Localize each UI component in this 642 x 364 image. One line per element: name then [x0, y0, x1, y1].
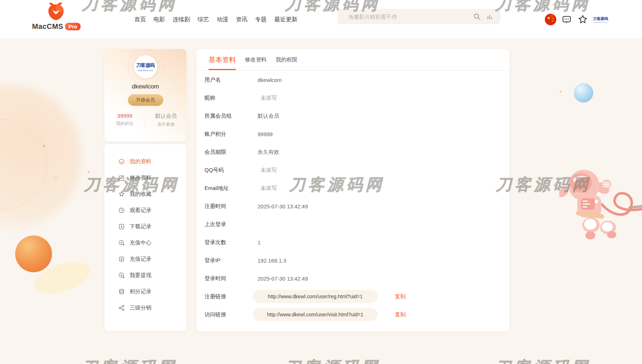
watermark-text: 刀客源码网 — [496, 174, 591, 195]
yellow-blob-decoration — [30, 256, 94, 299]
tab-edit-info[interactable]: 修改资料 — [245, 56, 267, 63]
nav-item-series[interactable]: 连续剧 — [173, 16, 190, 23]
profile-smiley-icon — [118, 158, 125, 165]
peach-blob-decoration — [0, 85, 81, 229]
form-row-login-time: 登录时间 2025-07-30 13:42:49 — [197, 269, 509, 287]
sidebar-item-recharge-center[interactable]: ¥ 充值中心 — [104, 235, 186, 251]
member-validity-label: 永久有效 — [146, 121, 186, 127]
mini-logo-subtext: www.dkewl.com — [594, 21, 607, 23]
form-row-account-points: 账户积分 99999 — [197, 125, 509, 143]
nav-item-anime[interactable]: 动漫 — [217, 16, 228, 23]
form-row-email: Email地址 未填写 — [197, 179, 509, 197]
orange-ball-decoration — [15, 235, 52, 272]
sidebar-item-edit-profile[interactable]: 修改资料 — [104, 170, 186, 186]
svg-text:¥: ¥ — [121, 257, 122, 261]
download-icon — [118, 223, 125, 230]
profile-detail-panel: 基本资料 修改资料 我的权限 用户名 dkewlcom 昵称 未填写 所属会员组… — [197, 49, 509, 332]
member-group-stat: 默认会员 永久有效 — [146, 113, 186, 127]
logo-brand-text: MacCMS — [32, 22, 63, 31]
avatar-logo-url: www.dkewl.com — [138, 69, 153, 72]
nav-item-home[interactable]: 首页 — [134, 16, 146, 23]
form-row-last-login: 上次登录 — [197, 215, 509, 233]
form-row-login-ip: 登录IP 192.168.1.3 — [197, 251, 509, 269]
nav-item-news[interactable]: 资讯 — [236, 16, 247, 23]
header: MacCMS Pro 首页 电影 连续剧 综艺 动漫 资讯 专题 最近更新 ★★… — [0, 0, 642, 39]
member-group-value: 默认会员 — [146, 113, 186, 120]
points-stat: 99999 我的积分 — [104, 113, 146, 127]
form-row-nickname: 昵称 未填写 — [197, 89, 509, 107]
astronaut-illustration — [559, 151, 642, 241]
nav-item-movies[interactable]: 电影 — [154, 16, 165, 23]
dot-decoration — [43, 144, 45, 147]
sidebar-item-download-history[interactable]: 下载记录 — [104, 218, 186, 235]
form-row-member-group: 所属会员组 默认会员 — [197, 107, 509, 125]
ranking-bars-icon[interactable] — [486, 13, 494, 21]
points-value: 99999 — [104, 113, 145, 119]
nav-item-recent[interactable]: 最近更新 — [274, 16, 297, 23]
mini-logo-text: 刀客源码 — [593, 16, 608, 21]
main-nav: 首页 电影 连续剧 综艺 动漫 资讯 专题 最近更新 — [134, 0, 297, 39]
watermark-text: 刀客源码网 — [495, 357, 591, 364]
visit-link-input[interactable] — [253, 308, 378, 321]
blue-ball-decoration — [574, 83, 593, 103]
form-row-register-time: 注册时间 2025-07-30 13:42:49 — [197, 197, 509, 215]
strawberry-logo-icon — [47, 1, 65, 22]
form-row-login-count: 登录次数 1 — [197, 233, 509, 251]
sidebar-item-watch-history[interactable]: 观看记录 — [104, 202, 186, 218]
form-row-member-term: 会员期限 永久有效 — [197, 143, 509, 161]
form-row-visit-link: 访问链接 复制 — [197, 306, 509, 324]
dot-decoration — [88, 171, 90, 173]
avatar[interactable]: 刀客源码 www.dkewl.com — [134, 55, 157, 78]
star-icon — [118, 191, 125, 198]
messages-icon[interactable] — [561, 0, 572, 39]
recharge-center-icon: ¥ — [118, 239, 125, 246]
profile-card: 刀客源码 www.dkewl.com dkewlcom 升级会员 99999 我… — [104, 49, 186, 141]
tab-my-permissions[interactable]: 我的权限 — [276, 56, 297, 63]
points-record-icon — [118, 288, 125, 295]
nav-item-variety[interactable]: 综艺 — [198, 16, 209, 23]
tab-basic-info[interactable]: 基本资料 — [208, 55, 236, 65]
dot-decoration — [560, 91, 561, 92]
search-bar — [337, 9, 500, 24]
recharge-record-icon: ¥ — [118, 256, 125, 263]
form-row-qq: QQ号码 未填写 — [197, 161, 509, 179]
sidebar-menu: 我的资料 修改资料 我的收藏 观看记录 下载记录 ¥ 充值中心 — [104, 144, 186, 331]
site-logo[interactable]: MacCMS Pro — [35, 1, 78, 31]
copy-register-link-button[interactable]: 复制 — [395, 293, 406, 300]
nav-item-topics[interactable]: 专题 — [255, 16, 267, 23]
watermark-text: 刀客源码网 — [82, 357, 177, 364]
sidebar-item-points-record[interactable]: 积分记录 — [104, 283, 186, 300]
form-row-register-link: 注册链接 复制 — [197, 287, 509, 306]
svg-text:¥: ¥ — [121, 274, 122, 277]
register-link-input[interactable] — [253, 290, 378, 303]
sidebar-item-my-profile[interactable]: 我的资料 — [104, 153, 186, 170]
language-flag-icon[interactable]: ★★★★ — [545, 0, 556, 39]
dot-decoration — [54, 177, 58, 181]
search-icon[interactable] — [473, 13, 481, 21]
watermark-text: 刀客源码网 — [285, 357, 380, 364]
upgrade-member-button[interactable]: 升级会员 — [128, 94, 163, 106]
share-network-icon — [118, 304, 125, 311]
form-row-username: 用户名 dkewlcom — [197, 71, 509, 89]
logo-pro-badge: Pro — [65, 23, 81, 30]
clock-icon — [118, 207, 125, 214]
edit-icon — [118, 174, 125, 181]
sidebar-item-favorites[interactable]: 我的收藏 — [104, 186, 186, 202]
ring-decoration — [0, 119, 47, 209]
svg-text:¥: ¥ — [121, 241, 122, 244]
search-input[interactable] — [348, 14, 473, 20]
tab-bar: 基本资料 修改资料 我的权限 — [197, 49, 509, 71]
points-label: 我的积分 — [104, 121, 145, 127]
sidebar-item-distribution[interactable]: 三级分销 — [104, 300, 186, 316]
favorites-star-icon[interactable] — [577, 0, 588, 39]
sidebar-item-withdraw[interactable]: ¥ 我要提现 — [104, 267, 186, 283]
dkewl-mini-logo[interactable]: 刀客源码 www.dkewl.com — [593, 0, 608, 39]
avatar-logo-text: 刀客源码 — [136, 62, 155, 69]
withdraw-icon: ¥ — [118, 272, 125, 279]
copy-visit-link-button[interactable]: 复制 — [395, 311, 406, 318]
sidebar-item-recharge-record[interactable]: ¥ 充值记录 — [104, 251, 186, 267]
